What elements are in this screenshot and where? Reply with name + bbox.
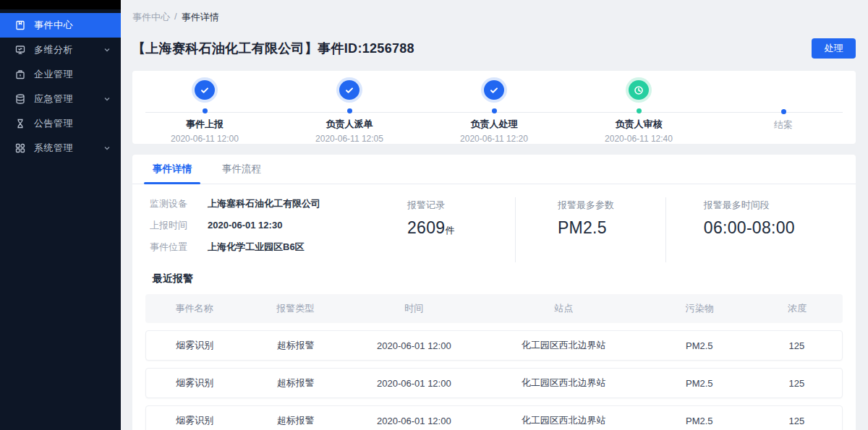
sidebar-item-announcement-mgmt[interactable]: 公告管理 [0, 111, 121, 136]
timeline-dot [637, 108, 642, 113]
stat-number: 2609 [407, 218, 445, 237]
stat-value: PM2.5 [558, 218, 665, 238]
tab-event-flow[interactable]: 事件流程 [218, 155, 265, 184]
tab-event-detail[interactable]: 事件详情 [148, 155, 196, 184]
sidebar-item-label: 应急管理 [34, 93, 103, 106]
journal-icon [14, 20, 26, 31]
sidebar-item-event-center[interactable]: 事件中心 [0, 13, 121, 38]
database-icon [14, 93, 26, 105]
field-event-location: 事件位置 上海化学工业园区B6区 [150, 241, 393, 254]
cell-station: 化工园区西北边界站 [480, 414, 647, 427]
cell-time: 2020-06-01 12:00 [348, 340, 480, 351]
event-detail-card: 事件详情 事件流程 监测设备 上海塞科石油化工有限公司 上报时间 2020-06… [132, 155, 856, 430]
field-report-time: 上报时间 2020-06-01 12:30 [150, 219, 393, 232]
cell-time: 2020-06-01 12:00 [348, 378, 480, 389]
sidebar-item-emergency-mgmt[interactable]: 应急管理 [0, 87, 121, 111]
sidebar-item-label: 企业管理 [34, 68, 111, 81]
sidebar-item-system-mgmt[interactable]: 系统管理 [0, 136, 121, 160]
column-header: 污染物 [647, 302, 752, 315]
timeline-step-review: 负责人审核 2020-06-11 12:40 [566, 71, 711, 144]
stat-top-period: 报警最多时间段 06:00-08:00 [665, 197, 838, 262]
field-label: 事件位置 [150, 241, 196, 254]
field-value: 上海塞科石油化工有限公司 [208, 197, 320, 210]
cell-station: 化工园区西北边界站 [480, 377, 647, 390]
handle-button[interactable]: 处理 [812, 38, 856, 59]
sidebar-item-enterprise-mgmt[interactable]: 企业管理 [0, 62, 121, 87]
cell-pollutant: PM2.5 [647, 416, 752, 426]
stat-label: 报警最多参数 [558, 199, 665, 212]
cell-event-name: 烟雾识别 [146, 414, 244, 427]
step-name: 负责人处理 [471, 118, 518, 131]
table-row[interactable]: 烟雾识别 超标报警 2020-06-01 12:00 化工园区西北边界站 PM2… [145, 368, 843, 398]
step-name: 结案 [774, 119, 793, 132]
cell-alarm-type: 超标报警 [244, 339, 348, 352]
cell-alarm-type: 超标报警 [244, 377, 348, 390]
column-header: 报警类型 [243, 302, 348, 315]
column-header: 浓度 [752, 302, 843, 315]
timeline-step-closed: 结案 [711, 71, 856, 144]
step-time: 2020-06-11 12:00 [171, 134, 239, 144]
field-value: 上海化学工业园区B6区 [208, 241, 305, 254]
timeline-step-report: 事件上报 2020-06-11 12:00 [132, 71, 277, 144]
info-row: 监测设备 上海塞科石油化工有限公司 上报时间 2020-06-01 12:30 … [132, 184, 856, 265]
cell-alarm-type: 超标报警 [244, 414, 348, 427]
field-label: 监测设备 [150, 197, 196, 210]
cell-time: 2020-06-01 12:00 [348, 416, 480, 426]
step-name: 负责人派单 [326, 118, 373, 131]
page-title: 【上海赛科石油化工有限公司】事件ID:1256788 [132, 40, 414, 57]
stat-label: 报警最多时间段 [704, 199, 838, 212]
sidebar-item-label: 多维分析 [34, 43, 103, 56]
detail-fields: 监测设备 上海塞科石油化工有限公司 上报时间 2020-06-01 12:30 … [150, 196, 393, 262]
table-row[interactable]: 烟雾识别 超标报警 2020-06-01 12:00 化工园区西北边界站 PM2… [145, 330, 843, 361]
table-row[interactable]: 烟雾识别 超标报警 2020-06-01 12:00 化工园区西北边界站 PM2… [145, 405, 843, 430]
cell-station: 化工园区西北边界站 [480, 339, 647, 352]
cell-concentration: 125 [752, 378, 842, 389]
stat-label: 报警记录 [407, 199, 515, 212]
main-content: 事件中心 / 事件详情 【上海赛科石油化工有限公司】事件ID:1256788 处… [121, 0, 868, 430]
monitor-icon [14, 44, 26, 56]
timeline-step-dispatch: 负责人派单 2020-06-11 12:05 [277, 71, 422, 144]
timeline-dot [347, 108, 352, 113]
field-monitor-device: 监测设备 上海塞科石油化工有限公司 [150, 197, 393, 210]
timeline-steps: 事件上报 2020-06-11 12:00 负责人派单 2020-06-11 1… [132, 71, 856, 144]
sidebar-item-label: 事件中心 [34, 19, 111, 32]
check-circle-icon [484, 80, 504, 100]
building-icon [14, 69, 26, 80]
stat-top-parameter: 报警最多参数 PM2.5 [515, 197, 665, 262]
stat-value: 06:00-08:00 [704, 218, 838, 238]
recent-alarms-title: 最近报警 [153, 272, 856, 285]
cell-concentration: 125 [752, 340, 842, 351]
table-header: 事件名称 报警类型 时间 站点 污染物 浓度 [145, 294, 843, 323]
column-header: 站点 [480, 302, 647, 315]
tab-bar: 事件详情 事件流程 [132, 155, 856, 184]
sidebar-nav: 事件中心 多维分析 企业管理 应急管理 [0, 13, 121, 160]
step-time: 2020-06-11 12:20 [460, 134, 528, 144]
field-label: 上报时间 [150, 219, 196, 232]
check-circle-icon [195, 80, 215, 100]
cell-pollutant: PM2.5 [647, 378, 752, 389]
breadcrumb-separator: / [174, 11, 177, 24]
sidebar: 事件中心 多维分析 企业管理 应急管理 [0, 0, 121, 430]
step-time: 2020-06-11 12:05 [315, 134, 383, 144]
chevron-down-icon [103, 145, 111, 152]
hourglass-icon [14, 118, 26, 129]
breadcrumb-parent[interactable]: 事件中心 [132, 11, 170, 24]
logo-strip [0, 0, 121, 9]
step-time: 2020-06-11 12:40 [605, 134, 673, 144]
stat-unit: 件 [445, 225, 454, 236]
breadcrumb-current: 事件详情 [182, 11, 219, 24]
grid-icon [14, 142, 26, 154]
sidebar-item-multi-analysis[interactable]: 多维分析 [0, 38, 121, 62]
chevron-down-icon [103, 46, 111, 53]
cell-concentration: 125 [752, 416, 842, 426]
cell-pollutant: PM2.5 [647, 340, 752, 351]
step-name: 事件上报 [186, 118, 224, 131]
column-header: 事件名称 [145, 302, 243, 315]
recent-alarms-table: 事件名称 报警类型 时间 站点 污染物 浓度 烟雾识别 超标报警 2020-06… [132, 294, 856, 430]
stat-alarm-count: 报警记录 2609件 [393, 197, 515, 262]
column-header: 时间 [348, 302, 480, 315]
timeline-step-process: 负责人处理 2020-06-11 12:20 [422, 71, 566, 144]
step-name: 负责人审核 [616, 118, 663, 131]
check-circle-icon [339, 80, 359, 100]
timeline-dot [203, 108, 208, 113]
